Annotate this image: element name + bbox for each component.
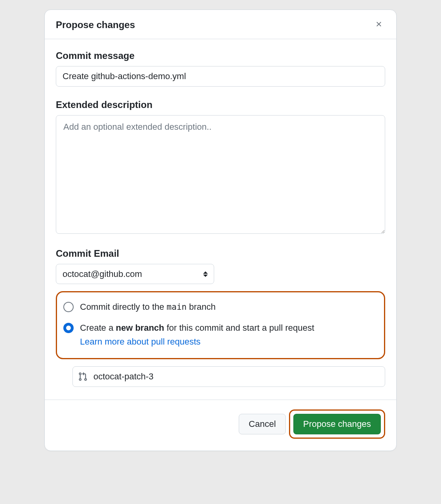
- radio-commit-direct-indicator: [63, 302, 74, 312]
- extended-description-label: Extended description: [56, 99, 385, 110]
- branch-name-input[interactable]: [72, 366, 385, 387]
- commit-message-group: Commit message: [56, 50, 385, 87]
- commit-email-select[interactable]: octocat@github.com: [56, 264, 214, 284]
- commit-message-input[interactable]: [56, 66, 385, 87]
- propose-changes-highlight: Propose changes: [289, 409, 385, 439]
- dialog-footer: Cancel Propose changes: [45, 400, 396, 451]
- commit-email-group: Commit Email octocat@github.com: [56, 248, 385, 284]
- dialog-header: Propose changes: [45, 10, 396, 39]
- branch-name-group: [72, 366, 385, 387]
- cancel-button[interactable]: Cancel: [239, 414, 285, 434]
- git-pull-request-icon: [78, 372, 87, 381]
- dialog-body: Commit message Extended description Comm…: [45, 39, 396, 400]
- propose-changes-button[interactable]: Propose changes: [293, 414, 381, 434]
- radio-new-branch[interactable]: Create a new branch for this commit and …: [61, 320, 380, 349]
- learn-more-link[interactable]: Learn more about pull requests: [80, 337, 201, 347]
- commit-email-select-wrap: octocat@github.com: [56, 264, 214, 284]
- radio-new-branch-indicator: [63, 323, 74, 333]
- radio-commit-direct[interactable]: Commit directly to the main branch: [61, 299, 380, 316]
- dialog-title: Propose changes: [56, 19, 135, 30]
- radio-commit-direct-label: Commit directly to the main branch: [80, 302, 216, 312]
- commit-email-label: Commit Email: [56, 248, 385, 259]
- extended-description-group: Extended description: [56, 99, 385, 235]
- close-icon: [375, 20, 383, 29]
- commit-message-label: Commit message: [56, 50, 385, 61]
- close-button[interactable]: [373, 18, 385, 32]
- extended-description-input[interactable]: [56, 115, 385, 234]
- branch-choice-group: Commit directly to the main branch Creat…: [56, 291, 385, 359]
- radio-new-branch-label: Create a new branch for this commit and …: [80, 323, 314, 333]
- propose-changes-dialog: Propose changes Commit message Extended …: [44, 9, 397, 451]
